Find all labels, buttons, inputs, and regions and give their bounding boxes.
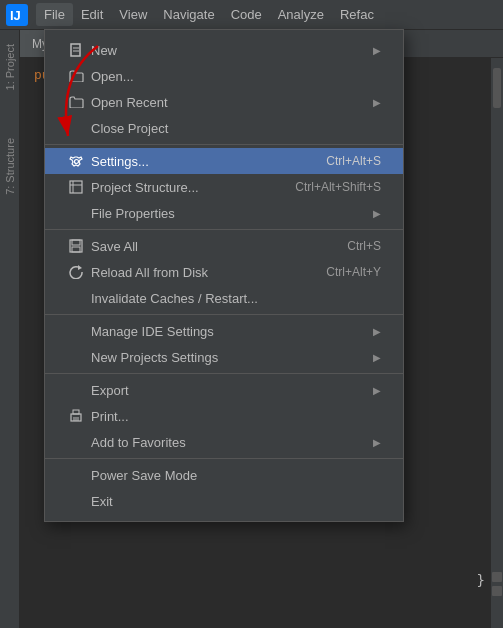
exit-icon (67, 492, 85, 510)
menu-item-project-structure[interactable]: Project Structure... Ctrl+Alt+Shift+S (45, 174, 403, 200)
menu-code[interactable]: Code (223, 3, 270, 26)
app-logo: IJ (4, 2, 30, 28)
svg-marker-12 (78, 265, 82, 270)
menu-item-invalidate-caches[interactable]: Invalidate Caches / Restart... (45, 285, 403, 311)
favorites-icon (67, 433, 85, 451)
menu-item-open-recent-label: Open Recent (91, 95, 365, 110)
menu-section-4: Manage IDE Settings ▶ New Projects Setti… (45, 315, 403, 374)
menu-item-exit-label: Exit (91, 494, 381, 509)
folder-icon (67, 67, 85, 85)
scrollbar-track[interactable] (491, 58, 503, 628)
recent-folder-icon (67, 93, 85, 111)
save-all-shortcut: Ctrl+S (347, 239, 381, 253)
menu-item-exit[interactable]: Exit (45, 488, 403, 514)
svg-rect-14 (73, 410, 79, 414)
menu-item-add-to-favorites-label: Add to Favorites (91, 435, 365, 450)
export-arrow: ▶ (373, 385, 381, 396)
menu-navigate[interactable]: Navigate (155, 3, 222, 26)
svg-text:IJ: IJ (10, 8, 21, 23)
menu-item-invalidate-caches-label: Invalidate Caches / Restart... (91, 291, 381, 306)
menu-file[interactable]: File (36, 3, 73, 26)
menu-item-new-label: New (91, 43, 365, 58)
menu-item-save-all[interactable]: Save All Ctrl+S (45, 233, 403, 259)
scroll-marker-1 (492, 572, 502, 582)
menu-item-add-to-favorites[interactable]: Add to Favorites ▶ (45, 429, 403, 455)
project-structure-shortcut: Ctrl+Alt+Shift+S (295, 180, 381, 194)
scroll-marker-2 (492, 586, 502, 596)
menu-item-file-properties[interactable]: File Properties ▶ (45, 200, 403, 226)
menu-bar: IJ File Edit View Navigate Code Analyze … (0, 0, 503, 30)
menu-item-power-save-mode-label: Power Save Mode (91, 468, 381, 483)
svg-rect-6 (70, 181, 82, 193)
invalidate-icon (67, 289, 85, 307)
print-icon (67, 407, 85, 425)
manage-ide-icon (67, 322, 85, 340)
new-projects-settings-icon (67, 348, 85, 366)
reload-icon (67, 263, 85, 281)
svg-rect-11 (72, 247, 80, 252)
svg-rect-10 (72, 240, 80, 245)
menu-edit[interactable]: Edit (73, 3, 111, 26)
menu-refac[interactable]: Refac (332, 3, 382, 26)
menu-section-1: New ▶ Open... Open Recent ▶ Close Projec… (45, 34, 403, 145)
menu-item-close-project-label: Close Project (91, 121, 381, 136)
settings-shortcut: Ctrl+Alt+S (326, 154, 381, 168)
file-properties-icon (67, 204, 85, 222)
menu-section-5: Export ▶ Print... Add to Favorites ▶ (45, 374, 403, 459)
menu-item-reload-label: Reload All from Disk (91, 265, 306, 280)
sidebar-tab-project[interactable]: 1: Project (2, 40, 18, 94)
menu-item-new[interactable]: New ▶ (45, 37, 403, 63)
menu-view[interactable]: View (111, 3, 155, 26)
menu-item-new-projects-settings[interactable]: New Projects Settings ▶ (45, 344, 403, 370)
menu-item-manage-ide-label: Manage IDE Settings (91, 324, 365, 339)
scrollbar-thumb[interactable] (493, 68, 501, 108)
close-project-icon (67, 119, 85, 137)
svg-point-5 (74, 159, 78, 163)
new-icon (67, 41, 85, 59)
menu-item-close-project[interactable]: Close Project (45, 115, 403, 141)
menu-section-6: Power Save Mode Exit (45, 459, 403, 517)
svg-rect-2 (71, 44, 80, 56)
menu-item-reload[interactable]: Reload All from Disk Ctrl+Alt+Y (45, 259, 403, 285)
menu-item-settings[interactable]: Settings... Ctrl+Alt+S (45, 148, 403, 174)
menu-item-file-properties-label: File Properties (91, 206, 365, 221)
add-to-favorites-arrow: ▶ (373, 437, 381, 448)
menu-item-open[interactable]: Open... (45, 63, 403, 89)
menu-item-open-recent[interactable]: Open Recent ▶ (45, 89, 403, 115)
menu-item-settings-label: Settings... (91, 154, 306, 169)
menu-item-print-label: Print... (91, 409, 381, 424)
closing-brace: } (477, 572, 485, 588)
file-properties-arrow: ▶ (373, 208, 381, 219)
left-sidebar: 1: Project 7: Structure (0, 30, 20, 628)
menu-item-save-all-label: Save All (91, 239, 327, 254)
export-icon (67, 381, 85, 399)
menu-item-open-label: Open... (91, 69, 381, 84)
menu-item-export-label: Export (91, 383, 365, 398)
new-projects-settings-arrow: ▶ (373, 352, 381, 363)
menu-item-print[interactable]: Print... (45, 403, 403, 429)
project-structure-icon (67, 178, 85, 196)
reload-shortcut: Ctrl+Alt+Y (326, 265, 381, 279)
menu-section-3: Save All Ctrl+S Reload All from Disk Ctr… (45, 230, 403, 315)
menu-item-export[interactable]: Export ▶ (45, 377, 403, 403)
menu-item-project-structure-label: Project Structure... (91, 180, 275, 195)
file-dropdown-menu: New ▶ Open... Open Recent ▶ Close Projec… (44, 29, 404, 522)
menu-item-new-projects-settings-label: New Projects Settings (91, 350, 365, 365)
menu-item-power-save-mode[interactable]: Power Save Mode (45, 462, 403, 488)
open-recent-arrow: ▶ (373, 97, 381, 108)
sidebar-tab-structure[interactable]: 7: Structure (2, 134, 18, 199)
menu-analyze[interactable]: Analyze (270, 3, 332, 26)
save-icon (67, 237, 85, 255)
new-arrow: ▶ (373, 45, 381, 56)
menu-section-2: Settings... Ctrl+Alt+S Project Structure… (45, 145, 403, 230)
menu-item-manage-ide[interactable]: Manage IDE Settings ▶ (45, 318, 403, 344)
manage-ide-arrow: ▶ (373, 326, 381, 337)
wrench-icon (67, 152, 85, 170)
power-save-icon (67, 466, 85, 484)
